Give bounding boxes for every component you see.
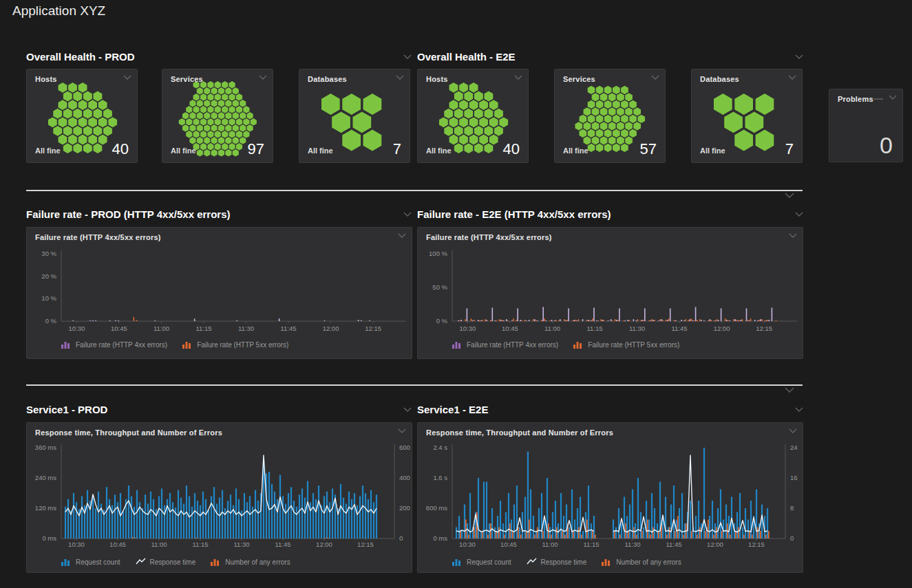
section-title: Overall Health - PROD [26,51,135,63]
entity-count: 7 [393,140,401,158]
entity-count: 40 [112,140,129,158]
chevron-down-icon[interactable] [403,407,412,412]
tile-title: Databases [700,75,739,83]
bar-series-icon [573,340,584,349]
legend-item[interactable]: Failure rate (HTTP 5xx errors) [573,340,679,349]
entity-count: 7 [785,140,794,158]
chevron-down-icon[interactable] [398,233,406,238]
chevron-down-icon[interactable] [889,95,897,100]
health-tile-hosts-e2e[interactable]: Hosts All fine40 [417,69,529,163]
failure-rate-prod-tile[interactable]: Failure rate (HTTP 4xx/5xx errors) 0 %10… [26,227,412,359]
chevron-down-icon[interactable] [403,212,412,217]
svg-text:0: 0 [399,534,403,542]
chevron-down-icon[interactable] [514,75,522,80]
chevron-down-icon[interactable] [259,75,267,80]
health-tile-databases-prod[interactable]: Databases All fine7 [299,69,410,163]
svg-text:12:15: 12:15 [756,325,772,332]
chevron-down-icon[interactable] [651,75,659,80]
tile-title: Databases [308,75,347,83]
status-label: All fine [426,146,452,155]
chevron-down-icon[interactable] [789,428,797,433]
chevron-down-icon[interactable] [785,387,794,393]
svg-text:11:00: 11:00 [544,325,560,332]
section-title: Failure rate - PROD (HTTP 4xx/5xx errors… [26,208,231,220]
legend-item[interactable]: Failure rate (HTTP 4xx errors) [452,340,558,349]
svg-text:10:45: 10:45 [109,541,126,548]
line-series-icon [136,558,146,566]
section-title: Service1 - E2E [417,404,488,415]
tile-title: Response time, Throughput and Number of … [35,428,222,437]
bar-series-icon [182,340,193,349]
problems-count: 0 [880,132,893,159]
health-tile-services-prod[interactable]: Services All fine97 [162,69,273,163]
svg-text:12:00: 12:00 [707,541,723,548]
svg-text:0 ms: 0 ms [42,534,56,542]
chart-legend: Failure rate (HTTP 4xx errors)Failure ra… [452,340,679,349]
svg-text:50 %: 50 % [432,283,447,291]
svg-text:24: 24 [790,444,798,451]
svg-text:12:15: 12:15 [365,325,381,332]
failure-rate-chart[interactable]: 0 %50 %100 %10:3010:4511:0011:1511:3011:… [418,244,804,340]
legend-item[interactable]: Failure rate (HTTP 5xx errors) [182,340,288,349]
legend-item[interactable]: Response time [136,558,196,566]
legend-item[interactable]: Request count [452,558,511,566]
svg-text:11:00: 11:00 [151,541,167,548]
health-tile-databases-e2e[interactable]: Databases All fine7 [691,69,803,163]
status-label: All fine [35,146,61,155]
chevron-down-icon[interactable] [795,407,803,412]
svg-text:11:45: 11:45 [666,541,681,548]
chevron-down-icon[interactable] [785,193,794,198]
legend-item[interactable]: Request count [61,558,120,566]
legend-item[interactable]: Failure rate (HTTP 4xx errors) [61,340,167,349]
health-tile-services-e2e[interactable]: Services All fine57 [554,69,666,163]
svg-text:11:45: 11:45 [275,541,290,548]
tile-title: Hosts [426,75,448,83]
chevron-down-icon[interactable] [795,212,803,217]
svg-text:11:15: 11:15 [583,541,599,548]
svg-text:11:15: 11:15 [192,541,208,548]
svg-text:12:15: 12:15 [748,541,765,548]
entity-count: 40 [503,140,520,158]
svg-text:12:00: 12:00 [323,325,339,332]
bar-series-icon [61,340,72,349]
section-header-health-e2e: Overall Health - E2E [417,50,803,63]
service1-prod-tile[interactable]: Response time, Throughput and Number of … [26,422,412,573]
svg-text:120 ms: 120 ms [35,504,56,512]
bar-series-icon [452,340,463,349]
legend-item[interactable]: Number of any errors [602,558,681,566]
legend-label: Failure rate (HTTP 5xx errors) [588,341,679,349]
legend-label: Number of any errors [616,558,681,566]
chevron-down-icon[interactable] [403,54,412,59]
service-metrics-chart[interactable]: 0 ms120 ms240 ms360 ms020040060010:3010:… [27,444,413,562]
failure-rate-e2e-tile[interactable]: Failure rate (HTTP 4xx/5xx errors) 0 %50… [417,227,803,359]
svg-text:200: 200 [399,504,410,512]
svg-text:0 %: 0 % [436,317,448,325]
legend-item[interactable]: Response time [527,558,587,566]
legend-item[interactable]: Number of any errors [211,558,290,566]
chevron-down-icon[interactable] [398,428,406,433]
service-metrics-chart[interactable]: 0 ms800 ms1.6 s2.4 s08162410:3010:4511:0… [418,444,804,562]
legend-label: Number of any errors [225,558,290,566]
chevron-down-icon[interactable] [795,54,803,59]
health-tile-hosts-prod[interactable]: Hosts All fine40 [26,69,138,163]
chart-legend: Failure rate (HTTP 4xx errors)Failure ra… [61,340,288,349]
problems-tile[interactable]: Problems 0 [829,89,903,162]
failure-rate-chart[interactable]: 0 %10 %20 %30 %10:3010:4511:0011:1511:30… [27,244,413,340]
chart-legend: Request countResponse timeNumber of any … [452,558,681,566]
chevron-down-icon[interactable] [123,75,131,80]
svg-text:20 %: 20 % [41,272,56,280]
chevron-down-icon[interactable] [788,75,796,80]
svg-text:8: 8 [790,504,794,512]
section-header-service-e2e: Service1 - E2E [417,402,803,416]
chevron-down-icon[interactable] [789,233,797,238]
chevron-down-icon[interactable] [396,75,404,80]
sparkline-placeholder [873,98,883,100]
status-label: All fine [308,146,333,155]
legend-label: Request count [467,558,511,566]
svg-text:240 ms: 240 ms [35,474,56,481]
service1-e2e-tile[interactable]: Response time, Throughput and Number of … [417,422,803,573]
line-series-icon [527,558,537,566]
svg-text:400: 400 [399,474,410,481]
bar-series-icon [602,558,612,566]
section-divider [26,190,803,191]
